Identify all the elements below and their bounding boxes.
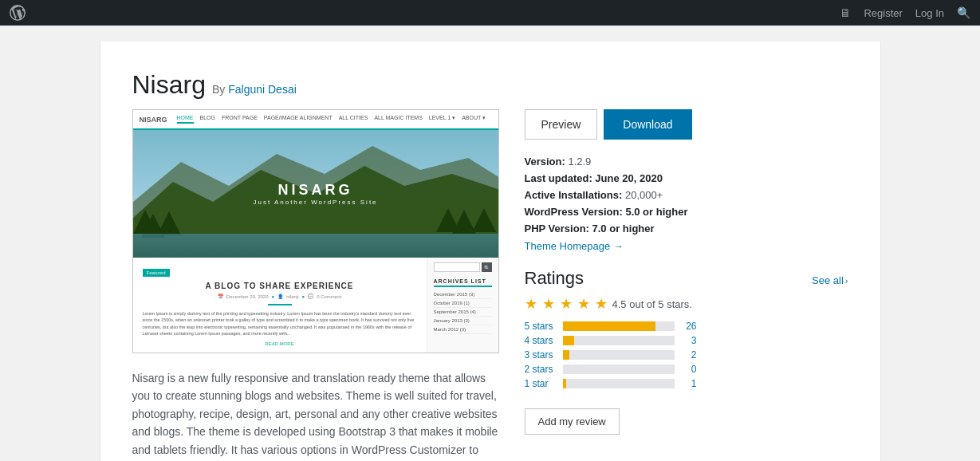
add-review-button[interactable]: Add my review <box>525 408 620 435</box>
archive-item: December 2015 (3) <box>434 290 492 299</box>
screenshot-content: Featured A BLOG TO SHARE EXPERIENCE 📅 De… <box>133 258 498 353</box>
screenshot-hero: NISARG Just Another WordPress Site <box>133 130 498 258</box>
archive-item: March 2012 (3) <box>434 325 492 334</box>
theme-main-layout: NISARG HOME BLOG FRONT PAGE PAGE/IMAGE A… <box>132 109 848 461</box>
hero-subtitle: Just Another WordPress Site <box>253 199 377 206</box>
rating-3-bar-fill <box>563 350 569 360</box>
star-5-half: ★ <box>595 295 608 313</box>
read-more-link: READ MORE <box>143 341 417 346</box>
rating-row-1: 1 star 1 <box>525 378 848 389</box>
hero-title: NISARG <box>253 182 377 199</box>
screenshot-nav-logo: NISARG <box>140 116 167 124</box>
wp-version-row: WordPress Version: 5.0 or higher <box>525 206 848 218</box>
rating-2-label[interactable]: 2 stars <box>525 364 557 375</box>
svg-rect-9 <box>133 234 498 258</box>
rating-4-label[interactable]: 4 stars <box>525 335 557 346</box>
rating-5-count: 26 <box>681 321 697 332</box>
version-row: Version: 1.2.9 <box>525 156 848 167</box>
sidebar-search-button[interactable]: 🔍 <box>482 262 492 272</box>
rating-2-bar-bg <box>563 364 675 374</box>
main-content: Nisarg By Falguni Desai NISARG <box>100 41 881 461</box>
stars-summary: ★ ★ ★ ★ ★ 4.5 out of 5 stars. <box>525 295 848 313</box>
blog-excerpt: Lorem Ipsum is simply dummy text of the … <box>143 310 417 337</box>
rating-row-3: 3 stars 2 <box>525 349 848 361</box>
login-link[interactable]: Log In <box>915 7 944 19</box>
star-2: ★ <box>542 295 555 313</box>
rating-1-count: 1 <box>681 378 697 389</box>
screen-icon: 🖥 <box>840 6 851 19</box>
download-button[interactable]: Download <box>604 109 691 140</box>
screenshot-main-column: Featured A BLOG TO SHARE EXPERIENCE 📅 De… <box>133 258 427 353</box>
screenshot-nav-links: HOME BLOG FRONT PAGE PAGE/IMAGE ALIGNMEN… <box>177 115 486 124</box>
ratings-header: Ratings See all › <box>525 268 848 289</box>
rating-3-count: 2 <box>681 349 697 361</box>
archives-title: ARCHIVES LIST <box>434 278 492 287</box>
php-version-row: PHP Version: 7.0 or higher <box>525 223 848 234</box>
rating-1-bar-bg <box>563 379 675 388</box>
active-installs-row: Active Installations: 20,000+ <box>525 189 848 201</box>
see-all-link[interactable]: See all › <box>812 274 848 286</box>
ratings-title: Ratings <box>525 268 584 289</box>
page-wrapper: Nisarg By Falguni Desai NISARG <box>100 26 881 461</box>
rating-2-count: 0 <box>681 364 697 375</box>
rating-4-bar-bg <box>563 336 675 345</box>
screenshot-sidebar: 🔍 ARCHIVES LIST December 2015 (3) Octobe… <box>427 258 498 353</box>
featured-badge: Featured <box>143 269 170 277</box>
theme-title: Nisarg By Falguni Desai <box>132 70 848 100</box>
register-link[interactable]: Register <box>864 7 902 19</box>
theme-header: Nisarg By Falguni Desai <box>132 57 848 109</box>
wordpress-logo-icon <box>10 5 26 21</box>
theme-homepage-link[interactable]: Theme Homepage → <box>525 240 624 252</box>
archive-item: October 2019 (1) <box>434 299 492 308</box>
theme-by-text: By Falguni Desai <box>212 83 297 96</box>
star-1: ★ <box>525 295 537 313</box>
archive-item: January 2013 (3) <box>434 317 492 325</box>
description-text: Nisarg is a new fully responsive and tra… <box>132 369 499 461</box>
sidebar-search-input[interactable] <box>434 262 480 272</box>
archive-item: September 2015 (4) <box>434 308 492 317</box>
rating-4-count: 3 <box>681 335 697 346</box>
rating-5-label[interactable]: 5 stars <box>525 321 557 332</box>
theme-description: Nisarg is a new fully responsive and tra… <box>132 369 499 461</box>
blog-post-title: A BLOG TO SHARE EXPERIENCE <box>143 282 417 290</box>
top-bar-right: 🖥 Register Log In 🔍 <box>840 6 970 19</box>
blog-meta: 📅 December 29, 2020 ● 👤 nilanji ● 💬 0 Co… <box>143 294 417 299</box>
action-buttons: Preview Download <box>525 109 848 140</box>
rating-average: 4.5 out of 5 stars. <box>612 298 692 310</box>
chevron-right-icon: › <box>845 276 848 286</box>
rating-3-bar-bg <box>563 350 675 360</box>
star-4: ★ <box>577 295 590 313</box>
rating-5-bar-bg <box>563 321 675 331</box>
search-icon[interactable]: 🔍 <box>957 6 970 19</box>
last-updated-row: Last updated: June 20, 2020 <box>525 172 848 184</box>
rating-row-4: 4 stars 3 <box>525 335 848 346</box>
rating-4-bar-fill <box>563 336 574 345</box>
preview-button[interactable]: Preview <box>525 109 598 140</box>
blog-divider <box>268 304 292 305</box>
hero-text: NISARG Just Another WordPress Site <box>253 182 377 206</box>
theme-preview-area: NISARG HOME BLOG FRONT PAGE PAGE/IMAGE A… <box>132 109 499 461</box>
ratings-section: Ratings See all › ★ ★ ★ ★ ★ <box>525 268 848 435</box>
theme-sidebar: Preview Download Version: 1.2.9 Last upd… <box>518 109 848 435</box>
rating-5-bar-fill <box>563 321 655 331</box>
rating-1-bar-fill <box>563 379 566 388</box>
top-bar: 🖥 Register Log In 🔍 <box>0 0 980 26</box>
rating-1-label[interactable]: 1 star <box>525 378 557 389</box>
star-3: ★ <box>560 295 573 313</box>
top-bar-left <box>10 5 26 21</box>
theme-meta: Version: 1.2.9 Last updated: June 20, 20… <box>525 156 848 252</box>
screenshot-container: NISARG HOME BLOG FRONT PAGE PAGE/IMAGE A… <box>132 109 499 353</box>
screenshot-nav: NISARG HOME BLOG FRONT PAGE PAGE/IMAGE A… <box>133 110 498 130</box>
rating-bars: 5 stars 26 4 stars <box>525 321 848 389</box>
rating-row-2: 2 stars 0 <box>525 364 848 375</box>
sidebar-search: 🔍 <box>434 262 492 272</box>
theme-name: Nisarg <box>132 70 206 100</box>
theme-author-link[interactable]: Falguni Desai <box>228 83 297 96</box>
rating-3-label[interactable]: 3 stars <box>525 349 557 361</box>
rating-row-5: 5 stars 26 <box>525 321 848 332</box>
